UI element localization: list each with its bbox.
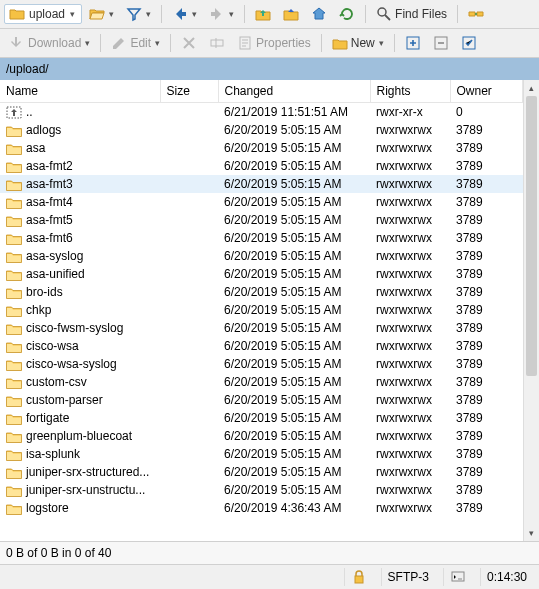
table-row[interactable]: asa-fmt36/20/2019 5:05:15 AMrwxrwxrwx378… — [0, 175, 523, 193]
rename-button[interactable] — [204, 32, 230, 54]
path-bar[interactable]: /upload/ — [0, 58, 539, 80]
column-owner[interactable]: Owner — [450, 80, 523, 103]
vertical-scrollbar[interactable]: ▴ ▾ — [523, 80, 539, 541]
table-row[interactable]: isa-splunk6/20/2019 5:05:15 AMrwxrwxrwx3… — [0, 445, 523, 463]
sync-button[interactable] — [463, 3, 489, 25]
search-icon — [376, 6, 392, 22]
file-changed: 6/20/2019 5:05:15 AM — [218, 121, 370, 139]
table-row[interactable]: logstore6/20/2019 4:36:43 AMrwxrwxrwx378… — [0, 499, 523, 517]
file-size — [160, 229, 218, 247]
file-changed: 6/20/2019 5:05:15 AM — [218, 319, 370, 337]
table-row[interactable]: greenplum-bluecoat6/20/2019 5:05:15 AMrw… — [0, 427, 523, 445]
table-row[interactable]: asa-unified6/20/2019 5:05:15 AMrwxrwxrwx… — [0, 265, 523, 283]
file-owner: 3789 — [450, 463, 523, 481]
table-row[interactable]: asa6/20/2019 5:05:15 AMrwxrwxrwx3789 — [0, 139, 523, 157]
file-owner: 3789 — [450, 499, 523, 517]
filter-button[interactable]: ▾ — [121, 3, 156, 25]
column-changed[interactable]: Changed — [218, 80, 370, 103]
file-name: cisco-wsa — [26, 339, 79, 353]
table-row[interactable]: cisco-wsa-syslog6/20/2019 5:05:15 AMrwxr… — [0, 355, 523, 373]
delete-button[interactable] — [176, 32, 202, 54]
expand-button[interactable] — [400, 32, 426, 54]
file-owner: 3789 — [450, 319, 523, 337]
folder-root-icon — [283, 6, 299, 22]
table-row[interactable]: juniper-srx-structured...6/20/2019 5:05:… — [0, 463, 523, 481]
forward-button[interactable]: ▾ — [204, 3, 239, 25]
scroll-up-icon[interactable]: ▴ — [524, 80, 539, 96]
file-owner: 3789 — [450, 247, 523, 265]
find-files-button[interactable]: Find Files — [371, 3, 452, 25]
address-combo[interactable]: upload ▾ — [4, 4, 82, 24]
folder-icon — [6, 448, 22, 461]
session-indicator[interactable] — [443, 568, 472, 586]
table-row[interactable]: asa-fmt66/20/2019 5:05:15 AMrwxrwxrwx378… — [0, 229, 523, 247]
table-row[interactable]: adlogs6/20/2019 5:05:15 AMrwxrwxrwx3789 — [0, 121, 523, 139]
table-row[interactable]: ..6/21/2019 11:51:51 AMrwxr-xr-x0 — [0, 103, 523, 122]
protocol-indicator[interactable]: SFTP-3 — [381, 568, 435, 586]
file-size — [160, 121, 218, 139]
select-all-button[interactable] — [456, 32, 482, 54]
file-rights: rwxrwxrwx — [370, 193, 450, 211]
refresh-button[interactable] — [334, 3, 360, 25]
file-name: chkp — [26, 303, 51, 317]
file-changed: 6/20/2019 5:05:15 AM — [218, 175, 370, 193]
new-button[interactable]: New ▾ — [327, 32, 389, 54]
file-list[interactable]: Name Size Changed Rights Owner ..6/21/20… — [0, 80, 523, 541]
open-folder-button[interactable]: ▾ — [84, 3, 119, 25]
file-name: isa-splunk — [26, 447, 80, 461]
table-row[interactable]: asa-syslog6/20/2019 5:05:15 AMrwxrwxrwx3… — [0, 247, 523, 265]
table-row[interactable]: asa-fmt26/20/2019 5:05:15 AMrwxrwxrwx378… — [0, 157, 523, 175]
back-button[interactable]: ▾ — [167, 3, 202, 25]
svg-rect-6 — [355, 576, 363, 583]
elapsed-indicator[interactable]: 0:14:30 — [480, 568, 533, 586]
root-folder-button[interactable] — [278, 3, 304, 25]
column-header-row: Name Size Changed Rights Owner — [0, 80, 523, 103]
column-name[interactable]: Name — [0, 80, 160, 103]
download-button[interactable]: Download ▾ — [4, 32, 95, 54]
file-rights: rwxrwxrwx — [370, 283, 450, 301]
file-rights: rwxrwxrwx — [370, 409, 450, 427]
encryption-indicator[interactable] — [344, 568, 373, 586]
table-row[interactable]: asa-fmt46/20/2019 5:05:15 AMrwxrwxrwx378… — [0, 193, 523, 211]
column-size[interactable]: Size — [160, 80, 218, 103]
parent-folder-button[interactable] — [250, 3, 276, 25]
table-row[interactable]: custom-parser6/20/2019 5:05:15 AMrwxrwxr… — [0, 391, 523, 409]
folder-icon — [6, 502, 22, 515]
file-owner: 3789 — [450, 157, 523, 175]
chevron-down-icon: ▾ — [146, 9, 151, 19]
edit-button[interactable]: Edit ▾ — [106, 32, 165, 54]
file-size — [160, 247, 218, 265]
file-owner: 3789 — [450, 427, 523, 445]
file-name: custom-parser — [26, 393, 103, 407]
home-button[interactable] — [306, 3, 332, 25]
file-size — [160, 355, 218, 373]
table-row[interactable]: cisco-wsa6/20/2019 5:05:15 AMrwxrwxrwx37… — [0, 337, 523, 355]
file-rights: rwxrwxrwx — [370, 391, 450, 409]
file-rights: rwxrwxrwx — [370, 139, 450, 157]
file-size — [160, 391, 218, 409]
rename-icon — [209, 35, 225, 51]
table-row[interactable]: bro-ids6/20/2019 5:05:15 AMrwxrwxrwx3789 — [0, 283, 523, 301]
table-row[interactable]: custom-csv6/20/2019 5:05:15 AMrwxrwxrwx3… — [0, 373, 523, 391]
file-size — [160, 301, 218, 319]
scroll-down-icon[interactable]: ▾ — [524, 525, 539, 541]
scroll-thumb[interactable] — [526, 96, 537, 376]
properties-button[interactable]: Properties — [232, 32, 316, 54]
file-owner: 3789 — [450, 301, 523, 319]
file-owner: 3789 — [450, 391, 523, 409]
svg-rect-7 — [452, 572, 464, 581]
table-row[interactable]: fortigate6/20/2019 5:05:15 AMrwxrwxrwx37… — [0, 409, 523, 427]
file-rights: rwxrwxrwx — [370, 157, 450, 175]
pencil-icon — [111, 35, 127, 51]
collapse-button[interactable] — [428, 32, 454, 54]
chevron-down-icon: ▾ — [229, 9, 234, 19]
table-row[interactable]: asa-fmt56/20/2019 5:05:15 AMrwxrwxrwx378… — [0, 211, 523, 229]
folder-icon — [6, 466, 22, 479]
file-size — [160, 319, 218, 337]
chevron-down-icon: ▾ — [85, 38, 90, 48]
table-row[interactable]: juniper-srx-unstructu...6/20/2019 5:05:1… — [0, 481, 523, 499]
column-rights[interactable]: Rights — [370, 80, 450, 103]
table-row[interactable]: cisco-fwsm-syslog6/20/2019 5:05:15 AMrwx… — [0, 319, 523, 337]
file-rights: rwxrwxrwx — [370, 229, 450, 247]
table-row[interactable]: chkp6/20/2019 5:05:15 AMrwxrwxrwx3789 — [0, 301, 523, 319]
